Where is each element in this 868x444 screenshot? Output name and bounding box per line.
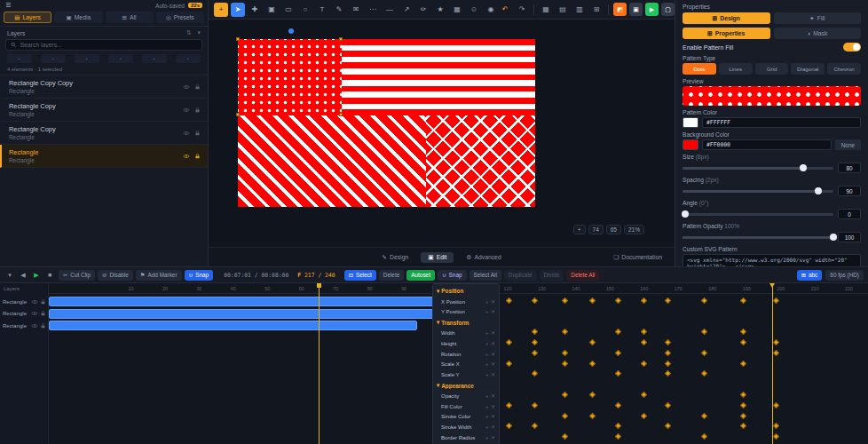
columns-view-icon[interactable]: ▥ — [572, 3, 587, 17]
property-row-rotation[interactable]: Rotation+✕ — [433, 349, 499, 360]
keyframe-diamond[interactable] — [641, 360, 647, 366]
add-keyframe-button[interactable]: + — [485, 299, 488, 305]
stop-button[interactable]: ■ — [44, 270, 55, 281]
keyframe-diamond[interactable] — [589, 339, 596, 345]
custom-svg-input[interactable]: <svg xmlns="http://www.w3.org/2000/svg" … — [683, 254, 861, 266]
add-keyframe-button[interactable]: + — [485, 361, 488, 367]
keyframe-diamond[interactable] — [701, 350, 707, 356]
keyframe-diamond[interactable] — [773, 350, 779, 356]
keyframe-diamond[interactable] — [740, 423, 746, 429]
keyframe-diamond[interactable] — [506, 297, 512, 304]
property-row-fill-color[interactable]: Fill Color+✕ — [433, 401, 499, 412]
pattern-type-chevron[interactable]: Chevron — [827, 63, 861, 75]
canvas[interactable]: + 74 65 21% — [209, 20, 675, 247]
keyframe-diamond[interactable] — [665, 297, 671, 304]
lock-icon[interactable] — [40, 310, 46, 317]
keyframe-diamond[interactable] — [615, 370, 621, 377]
add-keyframe-button[interactable]: + — [485, 341, 488, 346]
keyframe-diamond[interactable] — [589, 297, 596, 304]
property-row-opacity[interactable]: Opacity+✕ — [433, 391, 499, 401]
lock-icon[interactable] — [194, 83, 201, 91]
preview-button[interactable]: ▶ — [645, 3, 659, 16]
property-row-scale-x[interactable]: Scale X+✕ — [433, 360, 499, 370]
keyframe-diamond[interactable] — [615, 350, 621, 356]
documentation-link[interactable]: ❏ Documentation — [613, 254, 662, 261]
background-color-swatch[interactable] — [683, 139, 698, 150]
keyframe-diamond[interactable] — [740, 392, 746, 398]
keyframe-diamond[interactable] — [562, 412, 568, 418]
flag-cross-pattern[interactable] — [426, 115, 535, 207]
filter-icon-6[interactable]: ▪ — [176, 54, 201, 63]
lock-icon[interactable] — [40, 298, 46, 305]
star-tool[interactable]: ★ — [433, 3, 447, 17]
add-keyframe-button[interactable]: + — [485, 393, 488, 399]
lock-icon[interactable] — [194, 130, 201, 137]
ellipse-tool[interactable]: ○ — [298, 3, 312, 17]
flag-diagonal-pattern[interactable] — [238, 115, 426, 207]
eye-icon[interactable] — [31, 298, 38, 305]
property-row-width[interactable]: Width+✕ — [433, 328, 499, 338]
media-button[interactable]: ▣ — [629, 3, 643, 16]
snap-button[interactable]: ∪Snap — [438, 270, 467, 281]
add-tool[interactable]: + — [214, 3, 228, 17]
flag-artwork[interactable] — [238, 39, 535, 207]
rotation-handle[interactable] — [288, 28, 294, 34]
pattern-color-input[interactable] — [702, 117, 861, 128]
remove-property-button[interactable]: ✕ — [491, 393, 495, 399]
remove-property-button[interactable]: ✕ — [491, 414, 495, 419]
search-input[interactable] — [20, 42, 197, 48]
keyframe-diamond[interactable] — [665, 350, 671, 356]
selection-handle[interactable] — [339, 113, 343, 116]
property-group-appearance[interactable]: ▾Appearance — [433, 380, 499, 391]
remove-property-button[interactable]: ✕ — [491, 372, 495, 377]
mode-tab-advanced[interactable]: ⚙Advanced — [459, 252, 508, 263]
select-button[interactable]: ⊡Select — [344, 270, 376, 281]
panel-tab-all[interactable]: ⊞All — [106, 12, 154, 23]
background-none-button[interactable]: None — [835, 139, 861, 150]
keyframe-diamond[interactable] — [506, 402, 512, 408]
remove-property-button[interactable]: ✕ — [491, 424, 495, 430]
menu-icon[interactable]: ☰ — [5, 2, 11, 9]
select-all-button[interactable]: Select All — [470, 270, 501, 281]
grid-view-icon[interactable]: ▦ — [539, 3, 553, 17]
tab-fill[interactable]: ✦Fill — [774, 12, 862, 24]
undo-button[interactable]: ↶ — [498, 3, 512, 17]
image-tool[interactable]: ▦ — [450, 3, 464, 17]
eye-icon[interactable] — [183, 153, 190, 160]
split-view-icon[interactable]: ⊞ — [589, 3, 604, 17]
pattern-type-grid[interactable]: Grid — [755, 63, 789, 75]
keyframe-diamond[interactable] — [641, 339, 647, 345]
keyframe-diamond[interactable] — [701, 412, 707, 418]
mode-tab-design[interactable]: ✎Design — [375, 252, 415, 263]
keyframe-diamond[interactable] — [740, 329, 746, 335]
remove-property-button[interactable]: ✕ — [491, 352, 495, 357]
playhead-grip[interactable] — [769, 283, 775, 288]
filter-icon-5[interactable]: ▪ — [142, 54, 167, 63]
delete-button[interactable]: Delete — [379, 270, 404, 281]
pattern-color-swatch[interactable] — [683, 117, 698, 128]
keyframe-diamond[interactable] — [532, 423, 538, 429]
timeline-layer-item[interactable]: Rectangle — [0, 309, 49, 319]
remove-property-button[interactable]: ✕ — [491, 404, 495, 409]
slider-track[interactable] — [683, 236, 833, 239]
keyframe-diamond[interactable] — [641, 412, 647, 418]
pen-tool[interactable]: ✎ — [332, 3, 346, 17]
remove-property-button[interactable]: ✕ — [491, 330, 495, 336]
keyframe-diamond[interactable] — [532, 297, 538, 304]
layer-item[interactable]: RectangleRectangle — [0, 145, 208, 168]
keyframe-diamond[interactable] — [773, 339, 779, 345]
timeline-marker[interactable] — [319, 283, 320, 444]
timeline-layer-item[interactable]: Rectangle — [0, 297, 49, 306]
keyframe-diamond[interactable] — [665, 423, 671, 429]
keyframe-diamond[interactable] — [740, 402, 746, 408]
eye-icon[interactable] — [31, 322, 38, 329]
layer-item[interactable]: Rectangle CopyRectangle — [0, 122, 208, 145]
property-group-position[interactable]: ▾Position — [433, 286, 499, 297]
keyframe-diamond[interactable] — [740, 360, 746, 366]
property-row-stroke-color[interactable]: Stroke Color+✕ — [433, 412, 499, 423]
slider-track[interactable] — [683, 190, 833, 193]
selection-handle[interactable] — [236, 113, 240, 116]
filter-icon-3[interactable]: ▪ — [75, 54, 99, 63]
frame-tool[interactable]: ▣ — [264, 3, 279, 17]
background-color-input[interactable] — [702, 139, 832, 150]
